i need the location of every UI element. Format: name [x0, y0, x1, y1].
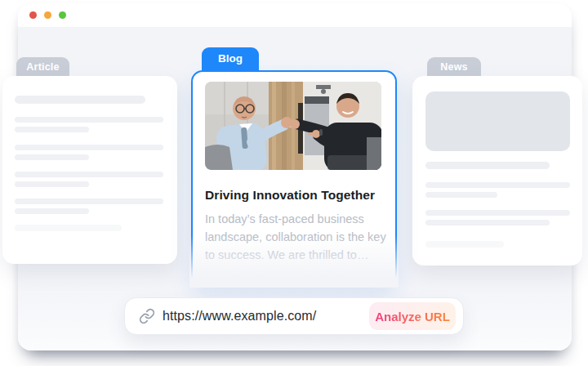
tab-news-label: News: [440, 61, 467, 73]
blog-preview-card: Driving Innovation Together In today’s f…: [191, 70, 397, 286]
close-window-icon[interactable]: [29, 11, 37, 19]
skeleton-line: [15, 225, 122, 231]
tab-article-label: Article: [26, 61, 59, 73]
article-preview-card: [2, 76, 177, 264]
skeleton-line: [15, 117, 163, 123]
skeleton-line: [15, 145, 163, 150]
zoom-window-icon[interactable]: [59, 11, 66, 19]
url-input[interactable]: https://www.example.com/: [163, 309, 316, 324]
skeleton-line: [15, 199, 163, 204]
skeleton-line: [425, 192, 497, 198]
minimize-window-icon[interactable]: [44, 11, 51, 19]
image-placeholder: [425, 92, 570, 151]
excerpt-line: In today’s fast-paced business: [205, 210, 383, 228]
window-titlebar: [18, 3, 572, 27]
skeleton-line: [15, 181, 89, 187]
analyze-url-button[interactable]: Analyze URL: [369, 302, 456, 330]
blog-post-title: Driving Innovation Together: [205, 188, 383, 203]
analyze-url-button-label: Analyze URL: [375, 310, 450, 324]
excerpt-line: to success. We are thrilled to…: [205, 246, 383, 264]
excerpt-line: landscape, collaboration is the key: [205, 228, 383, 246]
tab-article[interactable]: Article: [16, 57, 69, 76]
skeleton-line: [425, 210, 570, 216]
skeleton-line: [425, 182, 570, 188]
url-bar: https://www.example.com/ Analyze URL: [124, 297, 464, 335]
blog-photo: [205, 82, 381, 170]
tab-blog[interactable]: Blog: [202, 47, 259, 72]
mockup-stage: Article News Blog: [0, 0, 588, 366]
skeleton-line: [15, 154, 89, 160]
skeleton-line: [425, 241, 504, 248]
skeleton-line: [15, 208, 89, 214]
tab-news[interactable]: News: [427, 57, 481, 76]
skeleton-line: [425, 220, 550, 225]
tab-blog-label: Blog: [218, 52, 243, 65]
skeleton-line: [15, 127, 89, 132]
skeleton-line: [15, 96, 145, 104]
news-preview-card: [412, 76, 582, 266]
blog-post-excerpt: In today’s fast-paced business landscape…: [205, 210, 383, 264]
link-icon: [139, 308, 155, 324]
skeleton-line: [15, 172, 163, 177]
skeleton-line: [425, 162, 550, 169]
